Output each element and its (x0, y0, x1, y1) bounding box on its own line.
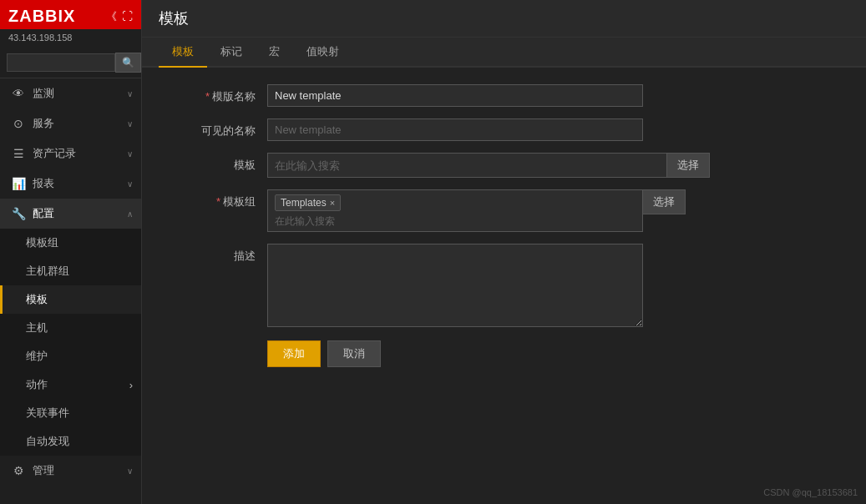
chevron-icon: ∨ (127, 149, 133, 159)
tag-label: Templates (281, 197, 327, 209)
search-button[interactable]: 🔍 (115, 53, 141, 73)
sidebar: ZABBIX 《 ⛶ 43.143.198.158 🔍 👁 监测 ∨ ⊙ 服务 … (0, 0, 142, 504)
sidebar-item-actions[interactable]: 动作 › (0, 370, 141, 399)
fullscreen-icon[interactable]: ⛶ (122, 10, 133, 23)
template-select-button[interactable]: 选择 (667, 153, 710, 178)
visible-name-row: 可见的名称 (167, 118, 841, 141)
sidebar-item-config[interactable]: 🔧 配置 ∧ (0, 199, 141, 229)
form-area: *模版名称 可见的名称 模板 选择 *模板组 (142, 68, 866, 504)
chevron-up-icon: ∧ (127, 209, 133, 219)
add-button[interactable]: 添加 (267, 340, 321, 367)
tab-macros[interactable]: 宏 (256, 38, 293, 68)
sidebar-item-maintenance[interactable]: 维护 (0, 342, 141, 370)
sidebar-header-icons: 《 ⛶ (106, 9, 133, 24)
sidebar-item-service-label: 服务 (33, 116, 120, 131)
template-row: 模板 选择 (167, 153, 841, 178)
template-search-input[interactable] (267, 153, 667, 178)
description-textarea[interactable] (267, 244, 643, 327)
search-box: 🔍 (0, 48, 141, 78)
description-row: 描述 (167, 244, 841, 327)
config-icon: 🔧 (11, 207, 26, 220)
template-group-label: *模板组 (167, 189, 267, 209)
page-title: 模板 (159, 8, 849, 28)
template-group-input-group: Templates × 选择 (267, 189, 710, 232)
nav-section: 👁 监测 ∨ ⊙ 服务 ∨ ☰ 资产记录 ∨ 📊 报表 ∨ 🔧 配置 ∧ 模板组… (0, 78, 141, 486)
sidebar-item-host-groups[interactable]: 主机群组 (0, 257, 141, 285)
sidebar-header: ZABBIX 《 ⛶ (0, 0, 141, 29)
chevron-icon: ∨ (127, 179, 133, 189)
template-group-field[interactable]: Templates × (267, 189, 643, 232)
sidebar-item-reports[interactable]: 📊 报表 ∨ (0, 169, 141, 199)
arrow-right-icon: › (129, 379, 133, 391)
sidebar-item-assets-label: 资产记录 (33, 146, 120, 161)
template-name-label: *模版名称 (167, 84, 267, 104)
sidebar-item-admin[interactable]: ⚙ 管理 ∨ (0, 456, 141, 486)
sidebar-item-service[interactable]: ⊙ 服务 ∨ (0, 108, 141, 139)
sidebar-item-config-label: 配置 (33, 206, 120, 221)
assets-icon: ☰ (11, 147, 26, 160)
tab-valuemap[interactable]: 值映射 (293, 38, 352, 68)
template-tags-list: Templates × (275, 194, 636, 211)
sidebar-item-template-groups[interactable]: 模板组 (0, 229, 141, 257)
sidebar-item-admin-label: 管理 (33, 463, 120, 478)
collapse-icon[interactable]: 《 (106, 9, 117, 24)
template-name-input[interactable] (267, 84, 643, 107)
logo: ZABBIX (8, 7, 75, 26)
template-group-select-button[interactable]: 选择 (643, 189, 686, 214)
sidebar-item-hosts[interactable]: 主机 (0, 314, 141, 342)
ip-address: 43.143.198.158 (0, 29, 141, 48)
description-label: 描述 (167, 244, 267, 264)
template-group-row: *模板组 Templates × 选择 (167, 189, 841, 232)
chevron-icon: ∨ (127, 119, 133, 129)
monitor-icon: 👁 (11, 87, 26, 100)
tab-template[interactable]: 模板 (159, 38, 207, 68)
tabs-bar: 模板 标记 宏 值映射 (142, 38, 866, 68)
template-input-group: 选择 (267, 153, 710, 178)
search-input[interactable] (7, 53, 115, 72)
required-star: * (216, 195, 220, 208)
config-submenu: 模板组 主机群组 模板 主机 维护 动作 › 关联事件 自动发现 (0, 229, 141, 456)
template-name-row: *模版名称 (167, 84, 841, 107)
tab-tags[interactable]: 标记 (207, 38, 256, 68)
sidebar-item-templates[interactable]: 模板 (0, 285, 141, 314)
sidebar-item-auto-discover[interactable]: 自动发现 (0, 427, 141, 456)
page-header: 模板 (142, 0, 866, 38)
reports-icon: 📊 (11, 177, 26, 190)
sidebar-item-monitor[interactable]: 👁 监测 ∨ (0, 78, 141, 108)
sidebar-item-monitor-label: 监测 (33, 86, 120, 101)
watermark: CSDN @qq_18153681 (763, 487, 858, 497)
service-icon: ⊙ (11, 117, 26, 130)
cancel-button[interactable]: 取消 (327, 340, 381, 367)
tag-remove-button[interactable]: × (330, 198, 335, 208)
main-content: 模板 模板 标记 宏 值映射 *模版名称 可见的名称 模板 (142, 0, 866, 504)
sidebar-item-assets[interactable]: ☰ 资产记录 ∨ (0, 139, 141, 169)
sidebar-item-reports-label: 报表 (33, 176, 120, 191)
template-group-search-input[interactable] (275, 215, 636, 227)
visible-name-input[interactable] (267, 118, 643, 141)
form-actions: 添加 取消 (167, 340, 841, 367)
chevron-icon: ∨ (127, 89, 133, 98)
sidebar-item-related-events[interactable]: 关联事件 (0, 399, 141, 427)
admin-icon: ⚙ (11, 464, 26, 477)
visible-name-label: 可见的名称 (167, 118, 267, 139)
required-star: * (205, 90, 210, 103)
chevron-down-icon: ∨ (127, 466, 133, 476)
template-label: 模板 (167, 153, 267, 173)
templates-tag: Templates × (275, 194, 341, 211)
